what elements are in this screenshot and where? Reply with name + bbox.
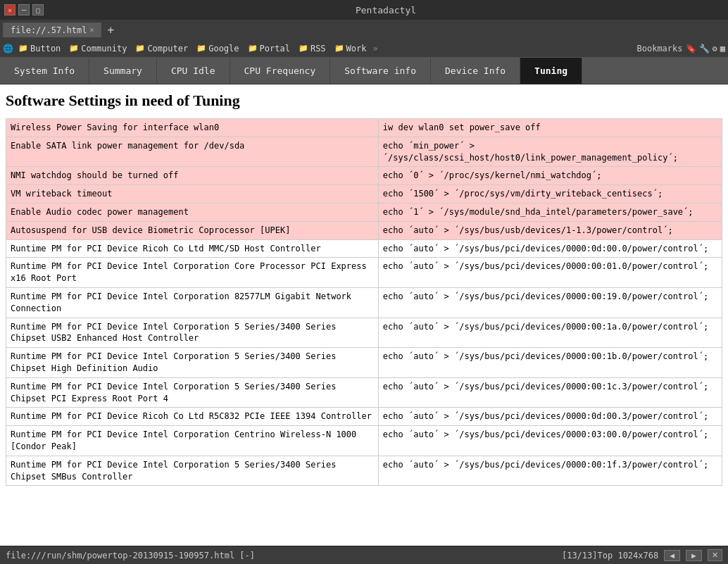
table-row: Runtime PM for PCI Device Ricoh Co Ltd R… [6,408,722,426]
setting-command: echo ´auto´ > ´/sys/bus/pci/devices/0000… [378,239,722,258]
setting-command: echo ´1´ > ´/sys/module/snd_hda_intel/pa… [378,203,722,221]
setting-name: Runtime PM for PCI Device Ricoh Co Ltd M… [6,239,379,258]
tab-software-info[interactable]: Software info [330,58,431,84]
setting-name: Runtime PM for PCI Device Intel Corporat… [6,377,379,408]
tab-label: file://.57.html [11,25,87,35]
setting-command: iw dev wlan0 set power_save off [378,119,722,137]
bm-label: Community [81,44,127,54]
table-row: Runtime PM for PCI Device Ricoh Co Ltd M… [6,239,722,258]
bm-label: Google [208,44,239,54]
setting-name: NMI watchdog should be turned off [6,167,379,185]
bookmark-google[interactable]: 📁 Google [193,42,242,55]
bookmark-work[interactable]: 📁 Work [331,42,370,55]
folder-icon: 📁 [135,44,145,53]
setting-name: Runtime PM for PCI Device Intel Corporat… [6,258,379,288]
table-row: Runtime PM for PCI Device Intel Corporat… [6,377,722,408]
setting-name: Wireless Power Saving for interface wlan… [6,119,379,137]
table-row: NMI watchdog should be turned offecho ´0… [6,167,722,185]
bookmark-computer[interactable]: 📁 Computer [132,42,192,55]
window-controls: ✕ ─ □ [4,4,44,15]
table-row: Enable SATA link power management for /d… [6,137,722,167]
nav-tabs: System Info Summary CPU Idle CPU Frequen… [0,58,728,84]
folder-icon: 📁 [18,44,28,53]
tab-tuning[interactable]: Tuning [520,58,582,84]
main-content: Software Settings in need of Tuning Wire… [0,84,728,546]
window-title: Pentadactyl [48,5,724,15]
setting-name: Runtime PM for PCI Device Intel Corporat… [6,287,379,318]
table-body: Wireless Power Saving for interface wlan… [6,119,722,486]
bm-label: Work [346,44,367,54]
table-row: Enable Audio codec power managementecho … [6,203,722,221]
table-row: VM writeback timeoutecho ´1500´ > ´/proc… [6,185,722,203]
minimize-button[interactable]: ─ [18,4,30,15]
table-row: Autosuspend for USB device Biometric Cop… [6,221,722,239]
close-button[interactable]: ✕ [4,4,15,15]
setting-name: VM writeback timeout [6,185,379,203]
folder-icon: 📁 [248,44,258,53]
new-tab-button[interactable]: + [103,23,118,37]
tab-cpu-frequency[interactable]: CPU Frequency [230,58,331,84]
tab-summary[interactable]: Summary [89,58,157,84]
setting-name: Runtime PM for PCI Device Intel Corporat… [6,426,379,456]
toolbar-tools: Bookmarks 🔖 🔧 ⚙ ▦ [637,44,726,54]
settings-table: Wireless Power Saving for interface wlan… [6,118,722,486]
title-bar: ✕ ─ □ Pentadactyl [0,0,728,20]
bm-label: Computer [147,44,188,54]
setting-command: echo ´auto´ > ´/sys/bus/pci/devices/0000… [378,318,722,348]
page-title: Software Settings in need of Tuning [6,92,722,110]
setting-name: Enable SATA link power management for /d… [6,137,379,167]
bookmarks-bar: 🌐 📁 Button 📁 Community 📁 Computer 📁 Goog… [0,39,728,58]
status-bar: file:///run/shm/powertop-20130915-190957… [0,546,728,564]
setting-command: echo ´auto´ > ´/sys/bus/pci/devices/0000… [378,408,722,426]
tab-device-info[interactable]: Device Info [431,58,520,84]
status-next-button[interactable]: ► [686,550,702,561]
status-file-path: file:///run/shm/powertop-20130915-190957… [6,551,562,560]
setting-command: echo ´min_power´ > ´/sys/class/scsi_host… [378,137,722,167]
status-prev-button[interactable]: ◄ [664,550,680,561]
bookmark-icon[interactable]: 🔖 [686,44,696,54]
folder-icon: 📁 [69,44,79,53]
table-row: Runtime PM for PCI Device Intel Corporat… [6,426,722,456]
bookmark-button[interactable]: 📁 Button [15,42,64,55]
setting-name: Runtime PM for PCI Device Intel Corporat… [6,318,379,348]
bookmark-community[interactable]: 📁 Community [65,42,130,55]
table-row: Runtime PM for PCI Device Intel Corporat… [6,456,722,486]
grid-icon[interactable]: ▦ [720,44,725,54]
settings-icon[interactable]: ⚙ [713,44,717,54]
wrench-icon[interactable]: 🔧 [699,44,710,54]
setting-name: Enable Audio codec power management [6,203,379,221]
status-right: [13/13]Top 1024x768 ◄ ► ✕ [562,549,722,561]
setting-name: Autosuspend for USB device Biometric Cop… [6,221,379,239]
bookmarks-label[interactable]: Bookmarks [637,44,683,54]
tab-system-info[interactable]: System Info [0,58,89,84]
maximize-button[interactable]: □ [32,4,44,15]
setting-name: Runtime PM for PCI Device Intel Corporat… [6,348,379,378]
setting-command: echo ´auto´ > ´/sys/bus/pci/devices/0000… [378,287,722,318]
folder-icon: 📁 [299,44,308,53]
browser-tab[interactable]: file://.57.html × [3,23,101,37]
setting-command: echo ´auto´ > ´/sys/bus/usb/devices/1-1.… [378,221,722,239]
folder-icon: 📁 [196,44,206,53]
bookmarks-more[interactable]: » [372,44,379,54]
tab-bar: file://.57.html × + [0,20,728,39]
status-position: [13/13]Top 1024x768 [562,551,658,560]
bm-label: RSS [310,44,326,54]
setting-name: Runtime PM for PCI Device Intel Corporat… [6,456,379,486]
folder-icon: 📁 [334,44,344,53]
setting-command: echo ´auto´ > ´/sys/bus/pci/devices/0000… [378,426,722,456]
setting-command: echo ´auto´ > ´/sys/bus/pci/devices/0000… [378,258,722,288]
bookmark-rss[interactable]: 📁 RSS [295,42,330,55]
browser-icon: 🌐 [3,44,13,54]
tab-cpu-idle[interactable]: CPU Idle [157,58,230,84]
setting-command: echo ´auto´ > ´/sys/bus/pci/devices/0000… [378,348,722,378]
tab-close-button[interactable]: × [89,26,94,34]
bm-label: Portal [260,44,290,54]
table-row: Runtime PM for PCI Device Intel Corporat… [6,287,722,318]
table-row: Runtime PM for PCI Device Intel Corporat… [6,318,722,348]
setting-name: Runtime PM for PCI Device Ricoh Co Ltd R… [6,408,379,426]
setting-command: echo ´auto´ > ´/sys/bus/pci/devices/0000… [378,456,722,486]
status-close-button[interactable]: ✕ [708,549,722,561]
table-row: Wireless Power Saving for interface wlan… [6,119,722,137]
setting-command: echo ´1500´ > ´/proc/sys/vm/dirty_writeb… [378,185,722,203]
bookmark-portal[interactable]: 📁 Portal [244,42,294,55]
